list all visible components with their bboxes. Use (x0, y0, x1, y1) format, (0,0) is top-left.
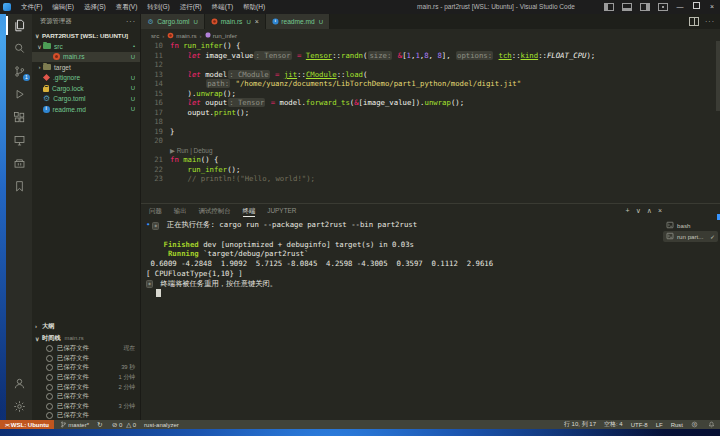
timeline-item[interactable]: 已保存文件 (32, 392, 140, 402)
menu-item[interactable]: 编辑(E) (47, 0, 79, 14)
remote-indicator[interactable]: ><WSL: Ubuntu (0, 420, 54, 429)
codelens-run-debug[interactable]: ▶ Run | Debug (141, 146, 720, 156)
code-line: 11 let image_value: Tensor = Tensor::ran… (141, 51, 720, 61)
tab-main.rs[interactable]: main.rsU× (205, 14, 266, 29)
rust-analyzer-status[interactable]: rust-analyzer (144, 422, 179, 428)
code-editor[interactable]: 10fn run_infer() {11 let image_value: Te… (141, 41, 720, 203)
tree-item-.gitignore[interactable]: .gitignoreU (32, 73, 140, 84)
git-badge: U (131, 85, 135, 91)
menu-item[interactable]: 运行(R) (175, 0, 207, 14)
outline-section-header[interactable]: › 大纲 (32, 320, 140, 332)
problems[interactable]: ⊘0△0 (112, 421, 136, 429)
breadcrumb-item-main.rs[interactable]: main.rs (167, 32, 196, 39)
menu-item[interactable]: 查看(V) (111, 0, 143, 14)
run-debug-icon[interactable] (6, 83, 32, 106)
git-badge: U (131, 54, 135, 60)
timeline-item[interactable]: 已保存文件 (32, 354, 140, 364)
breadcrumb[interactable]: src›main.rs›run_infer (141, 29, 720, 41)
tree-item-Cargo.lock[interactable]: Cargo.lockU (32, 83, 140, 94)
command-decoration-icon[interactable]: * (146, 280, 153, 288)
split-editor-icon[interactable] (689, 17, 699, 26)
menu-item[interactable]: 文件(F) (16, 0, 47, 14)
timeline-list: 已保存文件现在已保存文件已保存文件39 秒已保存文件1 分钟已保存文件2 分钟已… (32, 344, 140, 420)
git-branch[interactable]: master* (60, 421, 89, 428)
terminal-tab-run part...[interactable]: run part...✓ (663, 231, 718, 242)
toggle-secondary-sidebar-icon[interactable] (640, 3, 650, 11)
command-decoration-icon[interactable]: * (152, 222, 159, 230)
editor-scrollbar[interactable] (716, 41, 720, 111)
tree-item-readme.md[interactable]: ireadme.mdU (32, 104, 140, 115)
menu-item[interactable]: 转到(G) (142, 0, 174, 14)
status-label: 空格: 4 (604, 420, 623, 429)
close-panel-icon[interactable]: × (658, 207, 662, 214)
terminal-tab-bash[interactable]: bash (663, 220, 718, 231)
new-terminal-icon[interactable]: + (626, 207, 630, 214)
maximize-panel-icon[interactable]: ∧ (647, 207, 652, 215)
menu-item[interactable]: 选择(S) (79, 0, 111, 14)
timeline-section-header[interactable]: ∨ 时间线 main.rs (32, 332, 140, 344)
project-section-header[interactable]: ∨ PART2RUST [WSL: UBUNTU] (32, 29, 140, 41)
minimize-button[interactable]: — (672, 0, 688, 14)
menu-item[interactable]: 终端(T) (207, 0, 238, 14)
rust-analyzer-icon[interactable]: R (691, 421, 700, 428)
account-icon[interactable] (6, 372, 32, 395)
code-text: let ouput: Tensor = model.forward_ts(&[i… (170, 98, 464, 108)
tree-item-target[interactable]: ›target (32, 62, 140, 73)
status-label: rust-analyzer (144, 422, 179, 428)
more-actions-icon[interactable]: ··· (705, 18, 715, 25)
close-button[interactable]: × (704, 0, 720, 14)
settings-icon[interactable] (6, 395, 32, 418)
breadcrumb-separator: › (162, 32, 164, 39)
timeline-item[interactable]: 已保存文件 (32, 411, 140, 420)
panel-tab-问题[interactable]: 问题 (149, 204, 162, 217)
search-icon[interactable] (6, 37, 32, 60)
language-mode[interactable]: Rust (671, 422, 683, 428)
tree-item-src[interactable]: ∨src• (32, 41, 140, 52)
lock-icon (43, 87, 49, 92)
timeline-item[interactable]: 已保存文件2 分钟 (32, 382, 140, 392)
sync[interactable]: ↻ (97, 421, 104, 429)
toggle-sidebar-icon[interactable] (604, 3, 614, 11)
timeline-item[interactable]: 已保存文件现在 (32, 344, 140, 354)
status-label: 行 10, 列 17 (564, 420, 596, 429)
tab-readme.md[interactable]: ireadme.mdU (266, 14, 330, 29)
timeline-item[interactable]: 已保存文件1 分钟 (32, 373, 140, 383)
extensions-icon[interactable] (6, 106, 32, 129)
timeline-item[interactable]: 已保存文件3 分钟 (32, 402, 140, 412)
tree-item-main.rs[interactable]: main.rsU (32, 52, 140, 63)
panel-tab-输出[interactable]: 输出 (174, 204, 187, 217)
menu-item[interactable]: 帮助(H) (238, 0, 270, 14)
containers-icon[interactable] (6, 152, 32, 175)
breadcrumb-item-run_infer[interactable]: run_infer (205, 32, 237, 39)
customize-layout-icon[interactable] (658, 3, 668, 11)
eol[interactable]: LF (656, 422, 663, 428)
terminal-output[interactable]: •* 正在执行任务: cargo run --package part2rust… (146, 220, 660, 420)
diamond-icon (43, 74, 50, 81)
explorer-icon[interactable] (6, 14, 32, 37)
cursor-position[interactable]: 行 10, 列 17 (564, 420, 596, 429)
explorer-more-actions-icon[interactable]: ··· (126, 18, 136, 25)
tree-item-Cargo.toml[interactable]: ⚙Cargo.tomlU (32, 94, 140, 105)
close-icon[interactable]: × (255, 18, 259, 25)
source-control-icon[interactable]: 1 (6, 60, 32, 83)
toggle-panel-icon[interactable] (622, 3, 632, 11)
terminal-dropdown-icon[interactable]: ∨ (636, 207, 641, 215)
timeline-time: 3 分钟 (119, 402, 135, 411)
indentation[interactable]: 空格: 4 (604, 420, 623, 429)
breadcrumb-item-src[interactable]: src (151, 32, 159, 39)
gear-icon: ⚙ (43, 95, 50, 103)
tab-Cargo.toml[interactable]: ⚙Cargo.tomlU (141, 14, 205, 29)
line-number: 16 (141, 98, 170, 108)
maximize-button[interactable] (688, 0, 704, 14)
notifications[interactable] (708, 421, 717, 428)
breadcrumb-label: main.rs (176, 32, 196, 39)
timeline-item[interactable]: 已保存文件39 秒 (32, 363, 140, 373)
panel-tab-JUPYTER[interactable]: JUPYTER (267, 204, 296, 217)
panel-tab-终端[interactable]: 终端 (243, 204, 256, 217)
remote-explorer-icon[interactable] (6, 129, 32, 152)
encoding[interactable]: UTF-8 (631, 422, 648, 428)
bookmarks-icon[interactable] (6, 175, 32, 198)
rust-icon (211, 19, 217, 25)
line-number: 17 (141, 108, 170, 118)
panel-tab-调试控制台[interactable]: 调试控制台 (199, 204, 231, 217)
